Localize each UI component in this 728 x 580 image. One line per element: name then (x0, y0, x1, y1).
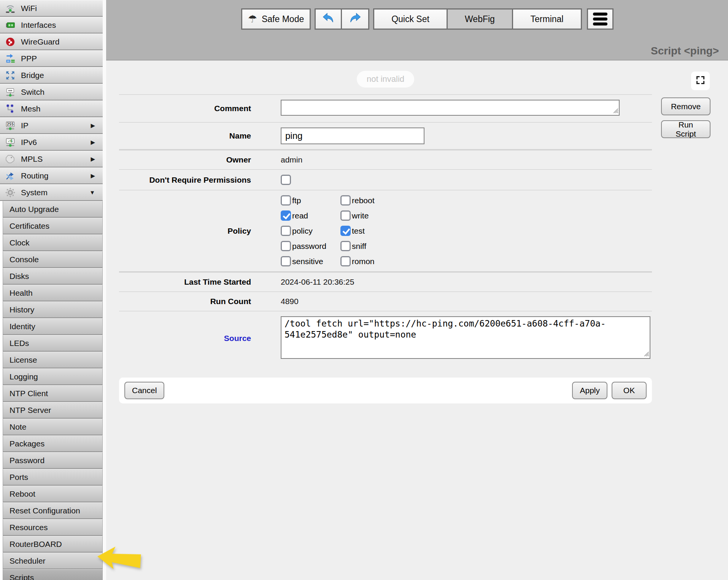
policy-checkbox-write[interactable]: write (340, 210, 375, 221)
sidebar-item-disks[interactable]: Disks (3, 268, 103, 285)
undo-button[interactable] (315, 8, 342, 30)
checkbox-box[interactable] (340, 226, 351, 236)
sidebar-item-history[interactable]: History (3, 301, 103, 318)
sidebar-item-bridge[interactable]: Bridge (0, 67, 103, 84)
undo-redo-group (315, 8, 369, 30)
fullscreen-button[interactable] (691, 72, 710, 90)
sidebar-subitem-label: Health (10, 288, 33, 298)
policy-checkbox-sniff[interactable]: sniff (340, 241, 375, 251)
comment-field[interactable] (281, 100, 620, 116)
sidebar-item-note[interactable]: Note (3, 419, 103, 435)
sidebar-item-label: Switch (21, 88, 45, 97)
checkbox-box[interactable] (340, 256, 351, 266)
policy-checkbox-label: reboot (352, 196, 375, 205)
sidebar-item-license[interactable]: License (3, 352, 103, 368)
dont-require-permissions-label: Don't Require Permissions (119, 175, 251, 185)
sidebar-subitem-label: Logging (10, 372, 38, 381)
sidebar-item-identity[interactable]: Identity (3, 318, 103, 335)
name-field[interactable] (281, 127, 424, 144)
cancel-button[interactable]: Cancel (124, 382, 164, 399)
ok-button[interactable]: OK (612, 382, 647, 399)
mpls-icon (5, 153, 16, 165)
status-badge: not invalid (357, 71, 414, 88)
sidebar-item-clock[interactable]: Clock (3, 234, 103, 251)
sidebar-item-health[interactable]: Health (3, 285, 103, 301)
safe-mode-button[interactable]: ☂ Safe Mode (241, 8, 311, 30)
dont-require-permissions-checkbox[interactable] (281, 175, 291, 185)
sidebar-item-password[interactable]: Password (3, 452, 103, 469)
source-field[interactable]: /tool fetch url="https://hc-ping.com/620… (281, 316, 650, 359)
sidebar-item-interfaces[interactable]: Interfaces (0, 17, 103, 33)
policy-checkbox-romon[interactable]: romon (340, 256, 375, 266)
sidebar-subitem-label: Disks (10, 272, 29, 281)
sidebar-item-routing[interactable]: Routing ▶ (0, 167, 103, 184)
sidebar-item-scheduler[interactable]: Scheduler (3, 553, 103, 569)
sidebar-item-certificates[interactable]: Certificates (3, 218, 103, 234)
policy-checkbox-sensitive[interactable]: sensitive (281, 256, 340, 266)
bridge-icon (5, 70, 16, 81)
sidebar-item-wifi[interactable]: WiFi (0, 0, 103, 17)
sidebar-subitem-label: History (10, 305, 34, 314)
webfig-tab[interactable]: WebFig (448, 8, 513, 30)
name-row: Name (119, 122, 652, 149)
dont-require-permissions-row: Don't Require Permissions (119, 169, 652, 190)
policy-checkbox-read[interactable]: read (281, 210, 340, 221)
sidebar-item-logging[interactable]: Logging (3, 368, 103, 385)
remove-button[interactable]: Remove (661, 97, 711, 115)
checkbox-box[interactable] (340, 210, 351, 221)
sidebar-item-mpls[interactable]: MPLS ▶ (0, 151, 103, 167)
sidebar-item-leds[interactable]: LEDs (3, 335, 103, 352)
sidebar-item-scripts[interactable]: Scripts (3, 569, 103, 580)
run-script-button[interactable]: Run Script (661, 120, 711, 138)
sidebar-subitem-label: Auto Upgrade (10, 205, 59, 214)
policy-checkbox-password[interactable]: password (281, 241, 340, 251)
sidebar-item-packages[interactable]: Packages (3, 435, 103, 452)
webfig-label: WebFig (465, 14, 495, 24)
apply-button[interactable]: Apply (572, 382, 607, 399)
redo-button[interactable] (342, 8, 369, 30)
sidebar-subitem-label: Resources (10, 523, 48, 532)
sidebar-subitem-label: Clock (10, 238, 30, 247)
sidebar-item-ip[interactable]: 255 IP ▶ (0, 117, 103, 134)
policy-row: Policy ftp read policy (119, 190, 652, 271)
sidebar-subitem-label: LEDs (10, 339, 29, 348)
sidebar-item-reset-configuration[interactable]: Reset Configuration (3, 502, 103, 519)
page-title: Script <ping> (651, 45, 719, 57)
policy-checkbox-policy[interactable]: policy (281, 226, 340, 236)
checkbox-box[interactable] (281, 256, 291, 266)
checkbox-box[interactable] (281, 195, 291, 206)
checkbox-box[interactable] (340, 195, 351, 206)
sidebar-item-ppp[interactable]: PPP (0, 50, 103, 67)
sidebar-item-ntp-server[interactable]: NTP Server (3, 402, 103, 419)
sidebar-item-reboot[interactable]: Reboot (3, 486, 103, 502)
policy-checkbox-test[interactable]: test (340, 226, 375, 236)
terminal-label: Terminal (531, 14, 564, 24)
checkbox-box[interactable] (340, 241, 351, 251)
sidebar-item-ipv6[interactable]: ✓6 IPv6 ▶ (0, 134, 103, 151)
policy-checkbox-reboot[interactable]: reboot (340, 195, 375, 206)
checkbox-box[interactable] (281, 210, 291, 221)
terminal-tab[interactable]: Terminal (513, 8, 582, 30)
sidebar-item-ntp-client[interactable]: NTP Client (3, 385, 103, 402)
source-label: Source (119, 334, 251, 343)
hamburger-menu-button[interactable] (587, 8, 614, 30)
sidebar-item-auto-upgrade[interactable]: Auto Upgrade (3, 201, 103, 218)
sidebar-item-mesh[interactable]: Mesh (0, 100, 103, 117)
sidebar-item-wireguard[interactable]: WireGuard (0, 33, 103, 50)
checkbox-box[interactable] (281, 241, 291, 251)
sidebar-item-console[interactable]: Console (3, 251, 103, 268)
interfaces-icon (5, 19, 16, 31)
sidebar-item-resources[interactable]: Resources (3, 519, 103, 536)
checkbox-box[interactable] (281, 226, 291, 236)
sidebar-item-switch[interactable]: Switch (0, 84, 103, 100)
last-time-started-row: Last Time Started 2024-06-11 20:36:25 (119, 271, 652, 292)
policy-label: Policy (119, 226, 251, 236)
sidebar-item-system[interactable]: System ▼ (0, 184, 103, 201)
toolbar: ☂ Safe Mode Quick Set WebFig Terminal (241, 8, 614, 30)
sidebar-subitem-label: Packages (10, 439, 45, 448)
sidebar-item-routerboard[interactable]: RouterBOARD (3, 536, 103, 553)
sidebar-item-ports[interactable]: Ports (3, 469, 103, 486)
run-count-label: Run Count (119, 297, 251, 306)
policy-checkbox-ftp[interactable]: ftp (281, 195, 340, 206)
quick-set-tab[interactable]: Quick Set (373, 8, 448, 30)
